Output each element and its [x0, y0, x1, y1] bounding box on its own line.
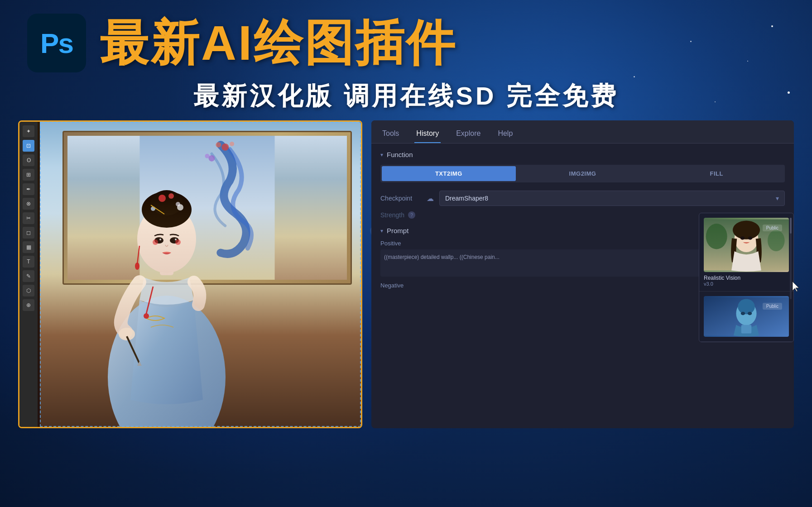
- tool-gradient[interactable]: ▦: [23, 241, 34, 253]
- model-preview-svg-2: [704, 296, 789, 337]
- tool-crop[interactable]: ⊞: [23, 169, 34, 181]
- model-title-1: Realistic Vision: [704, 275, 789, 281]
- svg-point-35: [740, 236, 745, 240]
- tool-brush[interactable]: ⊗: [23, 198, 34, 210]
- ps-logo-text: Ps: [40, 27, 73, 59]
- svg-point-32: [768, 230, 785, 251]
- tool-zoom[interactable]: ⊕: [23, 299, 34, 311]
- help-icon[interactable]: ?: [408, 211, 415, 219]
- tool-clone[interactable]: ✂: [23, 212, 34, 224]
- model-badge-2: Public: [763, 303, 782, 310]
- model-card-2[interactable]: Public: [699, 292, 793, 342]
- plugin-nav: Tools History Explore Help: [371, 120, 794, 143]
- prompt-chevron-icon: ▾: [380, 228, 383, 234]
- txt2img-button[interactable]: TXT2IMG: [382, 166, 516, 181]
- prompt-label: Prompt: [387, 227, 408, 234]
- tool-eyedrop[interactable]: ✒: [23, 183, 34, 195]
- model-dropdown-panel: Public Realistic Vision v3.0: [699, 213, 794, 342]
- subtitle-text: 最新汉化版 调用在线SD 完全免费: [27, 79, 785, 114]
- tab-explore[interactable]: Explore: [454, 126, 482, 143]
- tool-pen[interactable]: ✎: [23, 270, 34, 282]
- main-title: 最新AI绘图插件: [100, 19, 456, 67]
- svg-point-34: [733, 220, 760, 239]
- ps-logo: Ps: [27, 14, 86, 72]
- svg-point-39: [738, 299, 755, 314]
- model-thumbnail-2: Public: [704, 296, 789, 337]
- model-card-1[interactable]: Public Realistic Vision v3.0: [699, 213, 793, 292]
- dropdown-arrow-icon: ▾: [776, 195, 779, 202]
- tab-tools[interactable]: Tools: [380, 126, 401, 143]
- tool-shape[interactable]: ⬡: [23, 285, 34, 297]
- tool-move[interactable]: ✦: [23, 125, 34, 137]
- mouse-cursor: [792, 281, 801, 292]
- svg-point-36: [748, 236, 752, 240]
- canvas-area: ✦ ⊡ ʘ ⊞ ✒ ⊗ ✂ ◻ ▦ T ✎ ⬡ ⊕: [19, 122, 361, 427]
- model-version-1: v3.0: [704, 281, 789, 287]
- bottom-section: ✦ ⊡ ʘ ⊞ ✒ ⊗ ✂ ◻ ▦ T ✎ ⬡ ⊕: [0, 120, 812, 428]
- function-label: Function: [387, 151, 413, 158]
- svg-rect-42: [741, 325, 752, 334]
- tab-history[interactable]: History: [414, 126, 441, 143]
- checkpoint-value: DreamShaper8: [445, 195, 488, 202]
- ps-toolbar: ✦ ⊡ ʘ ⊞ ✒ ⊗ ✂ ◻ ▦ T ✎ ⬡ ⊕: [19, 122, 38, 427]
- tool-eraser[interactable]: ◻: [23, 227, 34, 239]
- svg-point-41: [748, 312, 752, 316]
- svg-point-40: [741, 312, 745, 316]
- function-chevron-icon: ▾: [380, 152, 383, 158]
- selection-rectangle: [40, 122, 361, 427]
- svg-point-31: [706, 224, 727, 249]
- subtitle-area: 最新汉化版 调用在线SD 完全免费: [0, 77, 812, 120]
- header-area: Ps 最新AI绘图插件: [0, 0, 812, 77]
- model-badge-1: Public: [763, 225, 782, 231]
- strength-label: Strength: [380, 211, 404, 219]
- function-section-header: ▾ Function: [380, 151, 785, 158]
- img2img-button[interactable]: IMG2IMG: [516, 166, 650, 181]
- tool-select[interactable]: ⊡: [23, 140, 34, 152]
- model-thumbnail-1: Public: [704, 218, 789, 272]
- function-buttons-group: TXT2IMG IMG2IMG FILL: [380, 165, 785, 182]
- checkpoint-dropdown[interactable]: DreamShaper8 ▾: [439, 191, 785, 206]
- tool-text[interactable]: T: [23, 256, 34, 268]
- cloud-icon: ☁: [427, 194, 434, 203]
- left-panel: ✦ ⊡ ʘ ⊞ ✒ ⊗ ✂ ◻ ▦ T ✎ ⬡ ⊕: [18, 120, 362, 428]
- tab-help[interactable]: Help: [496, 126, 514, 143]
- fill-button[interactable]: FILL: [649, 166, 783, 181]
- tool-lasso[interactable]: ʘ: [23, 154, 34, 166]
- checkpoint-row: Checkpoint ☁ DreamShaper8 ▾: [380, 191, 785, 206]
- checkpoint-label: Checkpoint: [380, 195, 421, 202]
- main-content: Ps 最新AI绘图插件 最新汉化版 调用在线SD 完全免费 ✦ ⊡ ʘ ⊞ ✒ …: [0, 0, 812, 507]
